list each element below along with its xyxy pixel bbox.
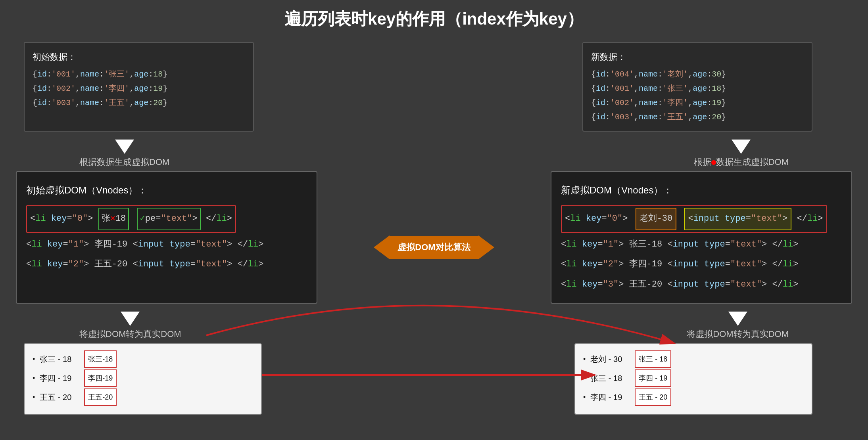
page-container: 遍历列表时key的作用（index作为key） 初始数据： {id:'001',…	[0, 0, 868, 440]
initial-data-box: 初始数据： {id:'001',name:'张三',age:18} {id:'0…	[24, 42, 254, 132]
real-label-2: 李四 - 19	[40, 370, 79, 386]
arrow-down-right-2	[728, 312, 747, 326]
new-real-label-3: 李四 - 19	[590, 389, 630, 405]
new-real-input-3[interactable]: 王五 - 20	[635, 388, 671, 406]
new-vdom-row-1: <li key="1"> 张三-18 <input type="text"> <…	[561, 235, 842, 254]
arrow-left-head	[374, 235, 390, 259]
bullet-1: •	[33, 352, 35, 366]
new-vdom-row-2: <li key="2"> 李四-19 <input type="text"> <…	[561, 255, 842, 274]
double-arrow: 虚拟DOM对比算法	[374, 235, 494, 259]
new-bullet-3: •	[583, 390, 586, 404]
new-real-row-1: • 老刘 - 30 张三 - 18	[583, 350, 804, 368]
left-transform-section: 将虚拟DOM转为真实DOM	[79, 312, 181, 340]
vdom-row-1: <li key="1"> 李四-19 <input type="text"> <…	[26, 235, 307, 254]
new-real-input-2[interactable]: 李四 - 19	[635, 369, 671, 387]
new-vdom-box: 新虚拟DOM（Vnodes）： <li key="0"> 老刘-30 <inpu…	[551, 171, 852, 304]
vdom-row-2: <li key="2"> 王五-20 <input type="text"> <…	[26, 255, 307, 274]
new-vdom-row-3: <li key="3"> 王五-20 <input type="text"> <…	[561, 275, 842, 294]
cross-mark-box: 张✕18	[98, 208, 129, 230]
new-bullet-1: •	[583, 352, 586, 366]
real-row-2: • 李四 - 19 李四-19	[33, 369, 253, 387]
bullet-2: •	[33, 371, 35, 385]
vdom-section: 初始虚拟DOM（Vnodes）： <li key="0"> 张✕18 ✓pe="…	[0, 171, 868, 304]
new-real-row-2: • 张三 - 18 李四 - 19	[583, 369, 804, 387]
initial-data-row-2: {id:'002',name:'李四',age:19}	[33, 82, 245, 96]
transform-label-left: 将虚拟DOM转为真实DOM	[79, 328, 181, 340]
new-data-row-4: {id:'003',name:'王五',age:20}	[591, 110, 804, 124]
initial-data-row-3: {id:'003',name:'王五',age:20}	[33, 96, 245, 110]
real-input-1[interactable]: 张三-18	[84, 350, 117, 368]
arrow-label-right: 根据数据生成虚拟DOM	[694, 156, 789, 168]
new-data-row-1: {id:'004',name:'老刘',age:30}	[591, 67, 804, 82]
top-data-section: 初始数据： {id:'001',name:'张三',age:18} {id:'0…	[0, 42, 868, 132]
new-vdom-title: 新虚拟DOM（Vnodes）：	[561, 180, 842, 201]
arrow-down-left-2	[121, 312, 140, 326]
new-real-label-1: 老刘 - 30	[590, 351, 630, 367]
right-transform-section: 将虚拟DOM转为真实DOM	[687, 312, 789, 340]
new-data-label: 新数据：	[591, 49, 804, 65]
initial-data-row-1: {id:'001',name:'张三',age:18}	[33, 67, 245, 82]
initial-data-label: 初始数据：	[33, 49, 245, 65]
real-row-1: • 张三 - 18 张三-18	[33, 350, 253, 368]
transform-label-section: 将虚拟DOM转为真实DOM 将虚拟DOM转为真实DOM	[0, 312, 868, 340]
new-real-label-2: 张三 - 18	[590, 370, 630, 386]
initial-vdom-title: 初始虚拟DOM（Vnodes）：	[26, 180, 307, 201]
new-bullet-2: •	[583, 371, 586, 385]
real-label-1: 张三 - 18	[40, 351, 79, 367]
arrow-down-right	[732, 140, 751, 154]
center-arrow-label: 虚拟DOM对比算法	[398, 242, 470, 252]
new-real-input-1[interactable]: 张三 - 18	[635, 350, 671, 368]
real-input-2[interactable]: 李四-19	[84, 369, 117, 387]
bullet-3: •	[33, 390, 35, 404]
right-arrow-section: 根据数据生成虚拟DOM	[694, 140, 789, 168]
left-arrow-section: 根据数据生成虚拟DOM	[79, 140, 169, 168]
new-data-row-3: {id:'002',name:'李四',age:19}	[591, 96, 804, 110]
laoliu-box: 老刘-30	[636, 208, 677, 230]
arrow-label-left: 根据数据生成虚拟DOM	[79, 156, 169, 168]
input-type-text-box: <input type="text">	[684, 208, 791, 230]
new-vdom-row-0-highlighted: <li key="0"> 老刘-30 <input type="text"> <…	[561, 205, 827, 232]
new-data-row-2: {id:'001',name:'张三',age:18}	[591, 82, 804, 96]
new-real-dom: • 老刘 - 30 张三 - 18 • 张三 - 18 李四 - 19 • 李四…	[574, 343, 812, 415]
arrow-down-left	[115, 140, 134, 154]
real-label-3: 王五 - 20	[40, 389, 79, 405]
vdom-row-0-highlighted: <li key="0"> 张✕18 ✓pe="text"> </li>	[26, 205, 236, 232]
page-title: 遍历列表时key的作用（index作为key）	[0, 0, 868, 30]
real-dom-section: • 张三 - 18 张三-18 • 李四 - 19 李四-19 • 王五 - 2…	[0, 343, 868, 415]
center-arrow-section: 虚拟DOM对比算法	[374, 171, 494, 304]
transform-label-right: 将虚拟DOM转为真实DOM	[687, 328, 789, 340]
real-row-3: • 王五 - 20 王五-20	[33, 388, 253, 406]
new-real-row-3: • 李四 - 19 王五 - 20	[583, 388, 804, 406]
real-input-3[interactable]: 王五-20	[84, 388, 117, 406]
initial-vdom-box: 初始虚拟DOM（Vnodes）： <li key="0"> 张✕18 ✓pe="…	[16, 171, 317, 304]
check-input-box: ✓pe="text">	[137, 208, 201, 230]
new-data-box: 新数据： {id:'004',name:'老刘',age:30} {id:'00…	[582, 42, 812, 132]
initial-real-dom: • 张三 - 18 张三-18 • 李四 - 19 李四-19 • 王五 - 2…	[24, 343, 262, 415]
arrow-body: 虚拟DOM对比算法	[390, 236, 478, 259]
arrow-right-head	[478, 235, 494, 259]
